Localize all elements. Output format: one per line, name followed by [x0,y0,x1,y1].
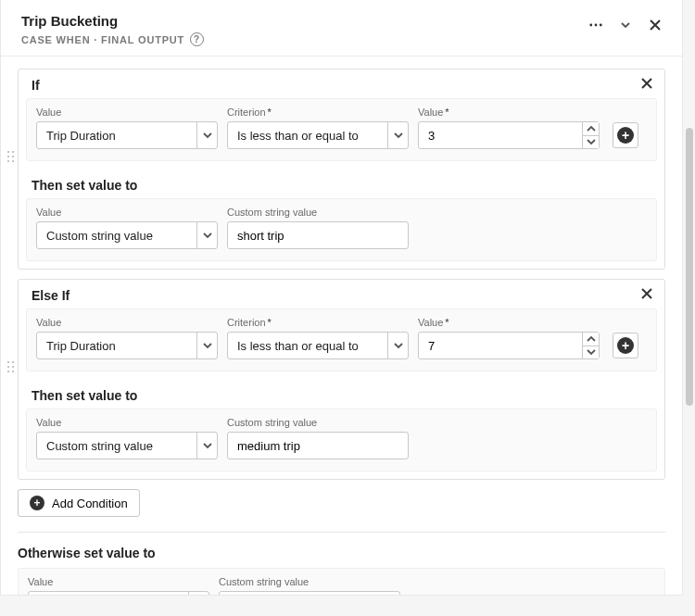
label-custom-string: Custom string value [227,207,409,218]
condition-row: Value Trip Duration Criterion* Is less t… [26,308,657,371]
close-icon [640,287,653,300]
chevron-up-icon [587,124,596,133]
condition-block-elseif: Else If Value Trip Duration Criteri [18,279,665,480]
chevron-down-icon [203,341,212,350]
panel-subtitle: CASE WHEN · FINAL OUTPUT ? [21,32,204,46]
chevron-down-icon [203,231,212,240]
more-menu-button[interactable] [584,13,608,37]
otherwise-value-dropdown[interactable]: Custom string value [28,591,209,595]
number-stepper[interactable] [582,333,599,358]
panel-title: Trip Bucketing [21,13,204,29]
close-icon [649,19,662,31]
help-icon[interactable]: ? [190,32,204,46]
label-custom-string: Custom string value [227,417,409,428]
ellipsis-icon [589,23,602,27]
add-condition-row-button[interactable]: + [613,122,638,148]
label-value: Value [36,207,218,218]
label-value: Value [36,107,218,118]
label-value-req: Value* [418,317,600,328]
custom-string-input[interactable] [219,591,400,595]
plus-icon: + [617,127,634,144]
then-row: Value Custom string value Custom string … [26,198,657,261]
block-head-elseif: Else If [32,288,70,303]
drag-handle-icon[interactable] [7,151,15,166]
add-condition-row-button[interactable]: + [613,333,638,358]
condition-block-if: If Value Trip Duration Criterion* [18,69,665,270]
step-up-button[interactable] [583,333,599,346]
step-up-button[interactable] [583,122,599,136]
case-when-panel: Trip Bucketing CASE WHEN · FINAL OUTPUT … [0,0,683,596]
step-down-button[interactable] [583,346,599,359]
condition-value-input[interactable] [418,332,600,359]
svg-point-2 [600,24,602,27]
plus-icon: + [617,337,634,354]
label-criterion: Criterion* [227,317,409,328]
custom-string-input[interactable] [227,221,409,249]
chevron-down-icon [203,441,212,450]
label-value: Value [28,576,209,587]
collapse-button[interactable] [613,13,638,37]
label-value: Value [36,317,218,328]
plus-icon: + [30,496,44,510]
close-panel-button[interactable] [643,13,667,37]
label-criterion: Criterion* [227,107,409,118]
drag-handle-icon[interactable] [7,361,15,376]
chevron-down-icon [587,347,596,357]
block-head-if: If [32,78,40,93]
condition-row: Value Trip Duration Criterion* Is less t… [26,98,657,161]
label-value-req: Value* [418,107,600,118]
svg-point-1 [595,24,598,27]
step-down-button[interactable] [583,136,599,149]
label-custom-string: Custom string value [219,576,400,587]
chevron-down-icon [621,20,630,30]
divider [18,532,665,533]
custom-string-input[interactable] [227,432,409,459]
condition-value-input[interactable] [418,121,600,149]
then-heading: Then set value to [19,379,664,409]
then-value-dropdown[interactable]: Custom string value [36,432,218,459]
chevron-down-icon [203,131,212,140]
scrollbar-thumb[interactable] [686,128,693,406]
then-value-dropdown[interactable]: Custom string value [36,221,218,249]
chevron-down-icon [394,131,403,140]
then-heading: Then set value to [19,169,664,198]
otherwise-row: Value Custom string value Custom string … [18,568,665,595]
otherwise-heading: Otherwise set value to [18,546,665,560]
add-condition-button[interactable]: + Add Condition [18,489,140,517]
remove-block-button[interactable] [640,77,653,93]
close-icon [640,77,653,90]
criterion-dropdown[interactable]: Is less than or equal to [227,332,409,359]
panel-header: Trip Bucketing CASE WHEN · FINAL OUTPUT … [1,0,682,57]
chevron-down-icon [394,341,403,350]
number-stepper[interactable] [582,122,599,148]
remove-block-button[interactable] [640,287,653,303]
label-value: Value [36,417,218,428]
chevron-up-icon [587,334,596,344]
then-row: Value Custom string value Custom string … [26,409,657,471]
criterion-dropdown[interactable]: Is less than or equal to [227,121,409,149]
condition-value-dropdown[interactable]: Trip Duration [36,332,218,359]
panel-body: If Value Trip Duration Criterion* [1,57,682,595]
condition-value-dropdown[interactable]: Trip Duration [36,121,218,149]
chevron-down-icon [587,137,596,146]
svg-point-0 [589,24,592,27]
